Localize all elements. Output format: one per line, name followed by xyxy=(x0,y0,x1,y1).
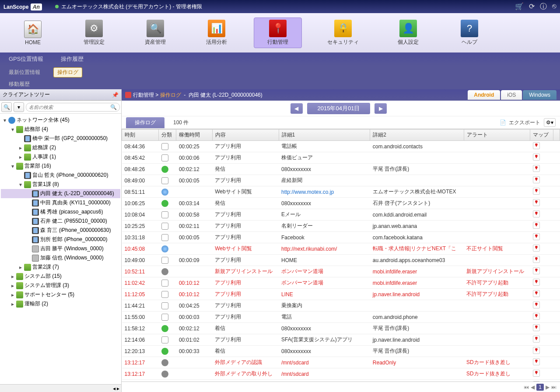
tree-node[interactable]: 畠山 哲夫 (iPhone_0000000620) xyxy=(1,171,120,180)
table-row[interactable]: 08:45:4200:00:06アプリ利用株価ビューア xyxy=(122,152,560,164)
map-icon[interactable] xyxy=(533,233,540,240)
pager-first[interactable]: ⏮ xyxy=(524,384,529,390)
nav-4[interactable]: 📍行動管理 xyxy=(254,18,302,48)
nav-7[interactable]: ?ヘルプ xyxy=(445,18,494,48)
settings-button[interactable]: ⚙ ▾ xyxy=(544,118,556,127)
date-label[interactable]: 2015年04月01日 xyxy=(307,103,371,114)
col-d2[interactable]: 詳細2 xyxy=(370,130,464,141)
table-row[interactable]: 11:12:0500:10:12アプリ利用LINEjp.naver.line.a… xyxy=(122,289,560,300)
table-row[interactable]: 08:49:0000:00:05アプリ利用産経新聞 xyxy=(122,175,560,186)
table-row[interactable]: 11:58:1200:02:12着信080xxxxxxxx平尾 晋作(課長) xyxy=(122,323,560,334)
map-icon[interactable] xyxy=(533,381,540,382)
table-row[interactable]: 12:14:0600:01:02アプリ利用SFA(営業支援システム)アプリjp.… xyxy=(122,334,560,346)
tab-ios[interactable]: iOS xyxy=(501,90,522,100)
date-next-button[interactable]: ▶ xyxy=(374,103,387,114)
tree-node[interactable]: 橋中 栄一郎 (GP2_0000000050) xyxy=(1,134,120,143)
tree-node[interactable]: 別所 哲郎 (iPhone_0000000) xyxy=(1,235,120,244)
map-icon[interactable] xyxy=(533,245,540,252)
logout-icon[interactable]: ⎋ xyxy=(552,2,556,11)
map-icon[interactable] xyxy=(533,165,540,172)
export-button[interactable]: 📄エクスポート xyxy=(500,119,540,126)
table-row[interactable]: 11:02:4200:10:12アプリ利用ボンバーマン道場mobi.infdli… xyxy=(122,277,560,289)
tree-node[interactable]: ▸運輸部 (2) xyxy=(1,299,120,308)
table-row[interactable]: 10:31:1800:00:05アプリ利用Facebookcom.faceboo… xyxy=(122,232,560,243)
table-row[interactable]: 10:06:2500:03:14発信080xxxxxxxx石井 啓子(アシスタン… xyxy=(122,198,560,209)
map-icon[interactable] xyxy=(533,188,540,195)
tree-node[interactable]: 中田 真由美 (KYI11_0000000) xyxy=(1,198,120,207)
tree-node[interactable]: 橘 秀雄 (picasso_aapcus6) xyxy=(1,207,120,217)
nav-1[interactable]: ⚙管理設定 xyxy=(70,18,118,48)
nav-6[interactable]: 👤個人設定 xyxy=(384,18,432,48)
date-prev-button[interactable]: ◀ xyxy=(290,103,303,114)
map-icon[interactable] xyxy=(533,176,540,183)
table-row[interactable]: 13:12:17外部メディアの取り外し/mnt/sdcardSDカード抜き差し xyxy=(122,368,560,380)
tree-node[interactable]: ▸営業2課 (7) xyxy=(1,262,120,272)
col-time[interactable]: 時刻 xyxy=(122,130,159,141)
table-row[interactable]: 11:55:0000:00:03アプリ利用電話com.android.phone xyxy=(122,312,560,323)
col-cat[interactable]: 分類 xyxy=(159,130,176,141)
refresh-icon[interactable]: ⟳ xyxy=(529,2,535,11)
tree-node[interactable]: 内田 健太 (L-22D_0000000046) xyxy=(1,189,120,198)
map-icon[interactable] xyxy=(533,370,540,377)
search-icon[interactable]: 🔍 xyxy=(110,104,117,110)
info-icon[interactable]: ⓘ xyxy=(540,2,547,11)
tree-node[interactable]: 加藤 信也 (Windows_0000) xyxy=(1,253,120,262)
table-row[interactable]: 12:20:1300:00:33着信080xxxxxxxx平尾 晋作(課長) xyxy=(122,346,560,357)
pager-next[interactable]: ▶ xyxy=(546,384,550,390)
map-icon[interactable] xyxy=(533,313,540,320)
tree-node[interactable]: ▸総務課 (2) xyxy=(1,143,120,152)
table-row[interactable]: 13:12:17外部メディアの認識/mnt/sdcardReadOnlySDカー… xyxy=(122,357,560,368)
data-tab-oplog[interactable]: 操作ログ xyxy=(126,117,164,128)
map-icon[interactable] xyxy=(533,256,540,263)
map-icon[interactable] xyxy=(533,267,540,274)
table-row[interactable]: 08:48:2600:02:12発信080xxxxxxxx平尾 晋作(課長) xyxy=(122,164,560,175)
table-row[interactable]: 08:44:3600:00:25アプリ利用電話帳com.android.cont… xyxy=(122,141,560,152)
col-content[interactable]: 内容 xyxy=(212,130,279,141)
cart-icon[interactable]: 🛒 xyxy=(515,2,524,11)
pager-last[interactable]: ⏭ xyxy=(551,384,556,390)
table-row[interactable]: 10:52:11新規アプリインストールボンバーマン道場mobi.infdlife… xyxy=(122,266,560,277)
map-icon[interactable] xyxy=(533,347,540,354)
tree-node[interactable]: 石井 健二 (P855D10_00000) xyxy=(1,217,120,226)
map-icon[interactable] xyxy=(533,290,540,297)
map-icon[interactable] xyxy=(533,301,540,308)
tab-windows[interactable]: Windows xyxy=(523,90,556,100)
subnav-history[interactable]: 操作履歴 xyxy=(61,55,84,63)
table-wrapper[interactable]: 時刻分類稼働時間内容詳細1詳細2アラートマップ 08:44:3600:00:25… xyxy=(122,129,560,382)
tree-node[interactable]: ▾営業部 (16) xyxy=(1,161,120,171)
search-input[interactable] xyxy=(29,105,110,110)
map-icon[interactable] xyxy=(533,279,540,286)
subnav-gps[interactable]: GPS位置情報 xyxy=(9,55,43,63)
nav-5[interactable]: 🔒セキュリティ xyxy=(315,18,371,48)
tree-node[interactable]: ▾総務部 (4) xyxy=(1,125,120,134)
tree-node[interactable]: ▸システム管理課 (3) xyxy=(1,281,120,290)
subsub-latest[interactable]: 最新位置情報 xyxy=(9,69,40,76)
nav-2[interactable]: 🔍資産管理 xyxy=(131,18,179,48)
tree-node[interactable]: ▾営業1課 (8) xyxy=(1,180,120,189)
map-icon[interactable] xyxy=(533,358,540,365)
subsub-movehist[interactable]: 移動履歴 xyxy=(9,80,30,88)
map-icon[interactable] xyxy=(533,210,540,217)
table-row[interactable]: 10:08:0400:00:58アプリ利用Eメールcom.kddi.androi… xyxy=(122,209,560,220)
tree-node[interactable]: ▸サポートセンター (5) xyxy=(1,290,120,299)
map-icon[interactable] xyxy=(533,199,540,206)
col-dur[interactable]: 稼働時間 xyxy=(176,130,212,141)
tree-node[interactable]: 森 育三 (iPhone_0000000630) xyxy=(1,226,120,235)
pager-prev[interactable]: ◀ xyxy=(531,384,535,390)
pin-icon[interactable]: 📌 xyxy=(112,92,119,98)
tree-node[interactable]: ▸人事課 (1) xyxy=(1,152,120,161)
tree-node[interactable]: 吉田 勝平 (Windows_0000) xyxy=(1,244,120,253)
tab-android[interactable]: Android xyxy=(468,90,500,100)
search-options-button[interactable]: 🔍 xyxy=(1,102,12,112)
nav-3[interactable]: 📊活用分析 xyxy=(192,18,241,48)
tree-node[interactable]: ▾ネットワーク全体 (45) xyxy=(1,116,120,125)
tree-node[interactable]: ▸システム部 (15) xyxy=(1,272,120,281)
col-d1[interactable]: 詳細1 xyxy=(279,130,370,141)
map-icon[interactable] xyxy=(533,142,540,149)
subsub-oplog[interactable]: 操作ログ xyxy=(53,67,82,77)
col-alert[interactable]: アラート xyxy=(464,130,530,141)
table-row[interactable]: 10:45:08Webサイト閲覧http://next.rikunabi.com… xyxy=(122,243,560,255)
table-row[interactable]: 10:25:2500:02:11アプリ利用名刺リーダーjp.anan.web.a… xyxy=(122,220,560,232)
map-icon[interactable] xyxy=(533,336,540,343)
map-icon[interactable] xyxy=(533,154,540,161)
